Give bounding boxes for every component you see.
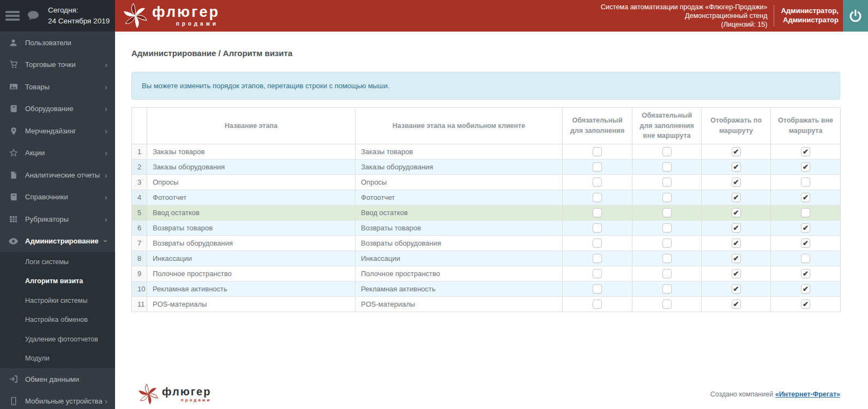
show-off-route-checkbox[interactable] bbox=[801, 208, 810, 217]
sidebar-item-promotions[interactable]: Акции › bbox=[0, 142, 115, 164]
required-off-route-checkbox[interactable] bbox=[662, 239, 672, 248]
sidebar-item-rubricators[interactable]: Рубрикаторы › bbox=[0, 208, 115, 230]
required-checkbox[interactable] bbox=[593, 223, 602, 233]
show-on-route-checkbox[interactable] bbox=[732, 193, 741, 202]
show-off-route-checkbox[interactable] bbox=[801, 284, 810, 294]
show-on-route-checkbox[interactable] bbox=[732, 239, 741, 248]
submenu-item-modules[interactable]: Модули bbox=[0, 349, 115, 369]
table-row[interactable]: 9 Полочное пространство Полочное простра… bbox=[132, 266, 841, 282]
required-checkbox[interactable] bbox=[593, 147, 602, 156]
current-user: Администратор, Администратор bbox=[781, 7, 839, 25]
show-on-route-checkbox[interactable] bbox=[732, 269, 741, 278]
footer-brand-title: флюгер bbox=[162, 386, 211, 397]
sidebar-item-directories[interactable]: Справочники › bbox=[0, 186, 115, 209]
chevron-right-icon: › bbox=[105, 105, 107, 113]
required-off-route-checkbox[interactable] bbox=[662, 162, 672, 172]
table-row[interactable]: 4 Фотоотчет Фотоотчет bbox=[132, 190, 841, 205]
show-off-route-checkbox[interactable] bbox=[801, 300, 810, 309]
stage-mobile-name: Возвраты оборудования bbox=[355, 236, 563, 251]
brand-logo[interactable]: флюгер продажи bbox=[123, 3, 220, 28]
current-date: Сегодня: 24 Сентября 2019 bbox=[48, 5, 110, 26]
brand-subtitle: продажи bbox=[176, 21, 219, 27]
sidebar-item-outlets[interactable]: Торговые точки › bbox=[0, 54, 115, 76]
required-checkbox[interactable] bbox=[593, 300, 602, 309]
show-on-route-checkbox[interactable] bbox=[732, 254, 741, 263]
show-on-route-checkbox[interactable] bbox=[732, 178, 741, 187]
sidebar-item-equipment[interactable]: Оборудование › bbox=[0, 98, 115, 120]
credit-link[interactable]: «Интернет-Фрегат» bbox=[775, 390, 840, 398]
show-on-route-checkbox[interactable] bbox=[732, 284, 741, 294]
required-off-route-checkbox[interactable] bbox=[662, 193, 672, 202]
required-checkbox[interactable] bbox=[593, 284, 602, 294]
show-off-route-checkbox[interactable] bbox=[801, 254, 810, 263]
show-off-route-checkbox[interactable] bbox=[801, 147, 810, 156]
show-on-route-checkbox[interactable] bbox=[732, 162, 741, 172]
chat-icon[interactable] bbox=[27, 10, 39, 21]
footer-credit: Создано компанией «Интернет-Фрегат» bbox=[710, 390, 840, 398]
mobile-icon bbox=[9, 397, 18, 405]
show-on-route-checkbox[interactable] bbox=[732, 223, 741, 233]
required-checkbox[interactable] bbox=[593, 178, 602, 187]
required-off-route-checkbox[interactable] bbox=[662, 223, 672, 233]
required-checkbox[interactable] bbox=[593, 193, 602, 202]
logout-button[interactable] bbox=[843, 0, 868, 32]
required-off-route-checkbox[interactable] bbox=[662, 269, 672, 278]
images-icon bbox=[9, 83, 18, 90]
stage-name: Инкассации bbox=[147, 251, 355, 266]
show-off-route-checkbox[interactable] bbox=[801, 193, 810, 202]
show-off-route-checkbox[interactable] bbox=[801, 269, 810, 278]
sidebar-item-data-exchange[interactable]: Обмен данными bbox=[0, 368, 115, 390]
table-row[interactable]: 2 Заказы оборудования Заказы оборудовани… bbox=[132, 160, 841, 175]
required-off-route-checkbox[interactable] bbox=[662, 254, 672, 263]
required-off-route-checkbox[interactable] bbox=[662, 284, 672, 294]
table-row[interactable]: 6 Возвраты товаров Возвраты товаров bbox=[132, 221, 841, 236]
info-message-box: Вы можете изменить порядок этапов, перет… bbox=[131, 72, 840, 100]
menu-toggle-icon[interactable] bbox=[5, 11, 20, 21]
submenu-item-exchange-settings[interactable]: Настройка обменов bbox=[0, 310, 115, 330]
required-checkbox[interactable] bbox=[593, 254, 602, 263]
submenu-item-system-settings[interactable]: Настройки системы bbox=[0, 291, 115, 310]
show-off-route-checkbox[interactable] bbox=[801, 239, 810, 248]
required-checkbox[interactable] bbox=[593, 239, 602, 248]
sidebar-item-administration[interactable]: Администрирование › bbox=[0, 230, 115, 253]
sidebar-item-reports[interactable]: Аналитические отчеты › bbox=[0, 164, 115, 186]
table-row[interactable]: 8 Инкассации Инкассации bbox=[132, 251, 841, 266]
administration-submenu: Логи системы Алгоритм визита Настройки с… bbox=[0, 252, 115, 368]
submenu-item-visit-algorithm[interactable]: Алгоритм визита bbox=[0, 272, 115, 291]
sidebar-item-products[interactable]: Товары › bbox=[0, 76, 115, 98]
sidebar-item-mobile-devices[interactable]: Мобильные устройства › bbox=[0, 390, 115, 409]
show-on-route-checkbox[interactable] bbox=[732, 147, 741, 156]
main-content: Администрирование / Алгоритм визита Вы м… bbox=[115, 48, 868, 405]
table-row[interactable]: 7 Возвраты оборудования Возвраты оборудо… bbox=[132, 236, 841, 251]
required-off-route-checkbox[interactable] bbox=[662, 147, 672, 156]
submenu-item-label: Настройка обменов bbox=[25, 316, 88, 323]
sidebar-item-label: Мобильные устройства bbox=[25, 397, 103, 405]
required-checkbox[interactable] bbox=[593, 269, 602, 278]
row-number: 7 bbox=[132, 236, 147, 251]
stage-name: Возвраты товаров bbox=[147, 221, 355, 236]
required-off-route-checkbox[interactable] bbox=[662, 208, 672, 217]
table-row[interactable]: 10 Рекламная активность Рекламная активн… bbox=[132, 282, 841, 297]
submenu-item-system-logs[interactable]: Логи системы bbox=[0, 252, 115, 272]
submenu-item-photo-deletion[interactable]: Удаление фотоотчетов bbox=[0, 329, 115, 349]
table-row[interactable]: 5 Ввод остатков Ввод остатков bbox=[132, 205, 841, 221]
table-row[interactable]: 11 POS-материалы POS-материалы bbox=[132, 297, 841, 312]
table-row[interactable]: 1 Заказы товаров Заказы товаров bbox=[132, 144, 841, 160]
show-on-route-checkbox[interactable] bbox=[732, 300, 741, 309]
show-off-route-checkbox[interactable] bbox=[801, 162, 810, 172]
required-checkbox[interactable] bbox=[593, 162, 602, 172]
show-on-route-checkbox[interactable] bbox=[732, 208, 741, 217]
show-off-route-checkbox[interactable] bbox=[801, 178, 810, 187]
column-header-show-off-route: Отображать вне маршрута bbox=[771, 108, 841, 144]
required-checkbox[interactable] bbox=[593, 208, 602, 217]
stage-mobile-name: Опросы bbox=[355, 175, 563, 190]
required-off-route-checkbox[interactable] bbox=[662, 178, 672, 187]
system-info-line3: (Лицензий: 15) bbox=[601, 20, 768, 29]
sidebar-item-users[interactable]: Пользователи bbox=[0, 32, 115, 54]
chevron-right-icon: › bbox=[105, 193, 107, 201]
show-off-route-checkbox[interactable] bbox=[801, 223, 810, 233]
user-name-line1: Администратор, bbox=[781, 7, 839, 16]
sidebar-item-merchandising[interactable]: Мерчендайзинг › bbox=[0, 120, 115, 142]
table-row[interactable]: 3 Опросы Опросы bbox=[132, 175, 841, 190]
required-off-route-checkbox[interactable] bbox=[662, 300, 672, 309]
